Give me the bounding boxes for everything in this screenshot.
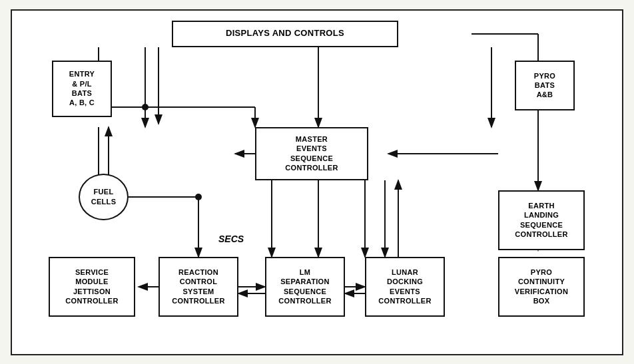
reaction-control-box: REACTION CONTROL SYSTEM CONTROLLER (158, 257, 238, 317)
service-module-box: SERVICE MODULE JETTISON CONTROLLER (49, 257, 135, 317)
secs-label: SECS (218, 234, 244, 244)
lm-separation-box: LM SEPARATION SEQUENCE CONTROLLER (265, 257, 345, 317)
diagram-container: DISPLAYS AND CONTROLS ENTRY & P/L BATS A… (11, 9, 623, 355)
pyro-bats-box: PYRO BATS A&B (515, 61, 575, 110)
entry-bats-box: ENTRY & P/L BATS A, B, C (52, 61, 112, 117)
svg-point-26 (142, 104, 149, 110)
lunar-docking-box: LUNAR DOCKING EVENTS CONTROLLER (365, 257, 445, 317)
pyro-continuity-box: PYRO CONTINUITY VERIFICATION BOX (498, 257, 585, 317)
master-events-box: MASTER EVENTS SEQUENCE CONTROLLER (255, 127, 368, 180)
earth-landing-box: EARTH LANDING SEQUENCE CONTROLLER (498, 190, 585, 250)
fuel-cells-box: FUEL CELLS (79, 174, 129, 220)
svg-point-27 (195, 194, 202, 200)
displays-controls-box: DISPLAYS AND CONTROLS (172, 21, 398, 47)
